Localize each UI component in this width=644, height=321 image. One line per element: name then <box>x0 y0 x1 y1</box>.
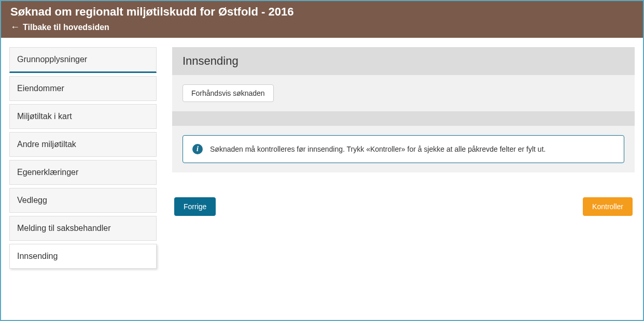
sidebar-item-label: Grunnopplysninger <box>17 55 87 64</box>
sidebar-item-melding[interactable]: Melding til saksbehandler <box>9 216 157 241</box>
page-title: Søknad om regionalt miljøtilskudd for Øs… <box>10 5 634 19</box>
sidebar-item-label: Eiendommer <box>17 84 64 93</box>
nav-buttons: Forrige Kontroller <box>172 197 635 216</box>
sidebar-item-label: Andre miljøtiltak <box>17 140 76 149</box>
panel: Innsending Forhåndsvis søknaden i Søknad… <box>172 47 635 172</box>
sidebar-item-vedlegg[interactable]: Vedlegg <box>9 188 157 213</box>
main-content: Innsending Forhåndsvis søknaden i Søknad… <box>172 47 635 272</box>
sidebar-item-label: Egenerklæringer <box>17 168 78 177</box>
sidebar-item-miljotiltak-kart[interactable]: Miljøtiltak i kart <box>9 104 157 129</box>
panel-body-top: Forhåndsvis søknaden <box>172 75 635 111</box>
sidebar-item-label: Innsending <box>17 252 58 260</box>
sidebar-item-grunnopplysninger[interactable]: Grunnopplysninger <box>9 47 157 73</box>
panel-title: Innsending <box>172 47 635 75</box>
sidebar-item-eiendommer[interactable]: Eiendommer <box>9 76 157 101</box>
info-box: i Søknaden må kontrolleres før innsendin… <box>183 135 624 163</box>
sidebar-item-label: Miljøtiltak i kart <box>17 112 72 121</box>
info-icon: i <box>192 144 203 154</box>
arrow-left-icon: ← <box>10 22 20 33</box>
sidebar-item-andre-miljotiltak[interactable]: Andre miljøtiltak <box>9 132 157 157</box>
sidebar-item-label: Melding til saksbehandler <box>17 224 111 232</box>
info-section: i Søknaden må kontrolleres før innsendin… <box>172 126 635 172</box>
back-link-label: Tilbake til hovedsiden <box>23 23 109 32</box>
info-message: Søknaden må kontrolleres før innsending.… <box>210 145 545 153</box>
sidebar-item-innsending[interactable]: Innsending <box>9 244 157 269</box>
prev-button[interactable]: Forrige <box>174 197 216 216</box>
sidebar: Grunnopplysninger Eiendommer Miljøtiltak… <box>9 47 157 272</box>
sidebar-item-label: Vedlegg <box>17 196 47 205</box>
page-header: Søknad om regionalt miljøtilskudd for Øs… <box>1 1 643 38</box>
back-link[interactable]: ← Tilbake til hovedsiden <box>10 22 109 33</box>
preview-button[interactable]: Forhåndsvis søknaden <box>183 84 274 102</box>
kontroller-button[interactable]: Kontroller <box>583 197 633 216</box>
sidebar-item-egenerklaeringer[interactable]: Egenerklæringer <box>9 160 157 185</box>
